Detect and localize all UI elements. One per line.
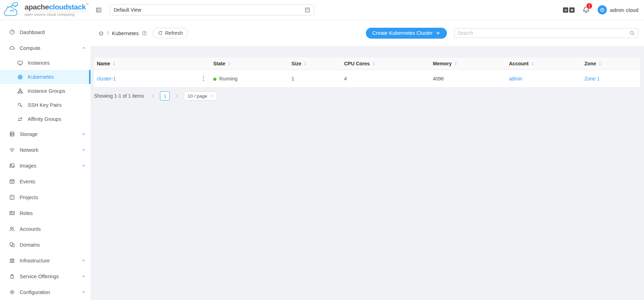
sidebar-item-network[interactable]: Network <box>0 142 90 158</box>
pagination: Showing 1-1 of 1 items 1 10 / page <box>94 91 640 100</box>
sort-caret-icon <box>598 61 602 66</box>
logo-tm: ™ <box>86 3 89 6</box>
sidebar-item-dashboard[interactable]: Dashboard <box>0 24 90 40</box>
page-title: Kubernetes <box>112 30 139 36</box>
page-size-select[interactable]: 10 / page <box>184 91 216 100</box>
sidebar-item-label: Compute <box>20 45 40 51</box>
breadcrumb: / Kubernetes <box>98 30 147 36</box>
picture-icon <box>9 163 15 169</box>
chevron-down-icon <box>82 290 86 294</box>
cluster-link[interactable]: cluster-1 <box>97 76 116 81</box>
refresh-button[interactable]: Refresh <box>153 28 188 38</box>
sidebar-item-label: Network <box>20 147 39 153</box>
column-header-memory[interactable]: Memory <box>430 61 506 66</box>
plus-icon <box>436 31 441 35</box>
refresh-label: Refresh <box>165 30 183 36</box>
topbar-right: A ★ 1 admin cloud <box>563 5 638 14</box>
row-actions-icon[interactable] <box>201 75 206 82</box>
chevron-down-icon <box>82 274 86 278</box>
search-input[interactable] <box>457 30 629 36</box>
idcard-icon <box>9 210 15 216</box>
logo-cloudstack: cloudstack <box>49 3 86 11</box>
main-area: / Kubernetes Refresh C <box>90 20 644 300</box>
user-menu[interactable]: admin cloud <box>598 5 638 14</box>
sidebar-item-storage[interactable]: Storage <box>0 126 90 142</box>
sort-caret-icon <box>372 61 375 66</box>
sidebar-item-label: Configuration <box>20 289 50 295</box>
sidebar-item-roles[interactable]: Roles <box>0 205 90 221</box>
next-page-icon[interactable] <box>173 91 181 100</box>
sidebar-item-label: Kubernetes <box>28 74 54 80</box>
sidebar-item-service-offerings[interactable]: Service Offerings <box>0 268 90 284</box>
sidebar-item-configuration[interactable]: Configuration <box>0 284 90 300</box>
sidebar-item-label: Infrastructure <box>20 258 50 263</box>
column-header-state[interactable]: State <box>210 61 289 66</box>
notifications-button[interactable]: 1 <box>582 6 590 14</box>
chevron-up-icon <box>82 46 86 50</box>
content: NameStateSizeCPU CoresMemoryAccountZone … <box>90 46 644 300</box>
create-button-label: Create Kubernetes Cluster <box>372 30 432 36</box>
logo-apache: apache <box>25 3 49 11</box>
cloudstack-app: apachecloudstack™ open source cloud comp… <box>0 0 644 300</box>
column-label: State <box>213 61 225 66</box>
account-link[interactable]: admin <box>509 76 522 81</box>
key-icon <box>17 102 23 108</box>
sidebar-item-images[interactable]: Images <box>0 158 90 174</box>
translation-star: ★ <box>569 7 575 13</box>
table-header-row: NameStateSizeCPU CoresMemoryAccountZone <box>94 58 640 70</box>
view-selector-input[interactable] <box>114 7 304 13</box>
top-bar: apachecloudstack™ open source cloud comp… <box>0 0 644 20</box>
sidebar-item-label: Domains <box>20 242 40 248</box>
sidebar-item-ssh-key-pairs[interactable]: SSH Key Pairs <box>0 98 90 112</box>
cell-cpu: 4 <box>341 76 430 81</box>
cloud-icon <box>9 45 15 51</box>
home-icon[interactable] <box>98 30 104 36</box>
translation-icon[interactable]: A ★ <box>563 7 575 13</box>
gear-icon <box>9 289 15 295</box>
power-icon <box>599 7 605 13</box>
sidebar-item-domains[interactable]: Domains <box>0 237 90 253</box>
view-selector[interactable] <box>110 4 314 15</box>
user-name: admin cloud <box>610 7 638 13</box>
search-icon[interactable] <box>629 30 635 36</box>
database-icon <box>9 131 15 137</box>
sort-caret-icon <box>304 61 307 66</box>
project-switch-icon[interactable] <box>304 7 310 13</box>
status-dot <box>213 78 216 81</box>
column-header-zone[interactable]: Zone <box>582 61 640 66</box>
column-header-size[interactable]: Size <box>289 61 341 66</box>
cell-name: cluster-1 <box>94 75 210 82</box>
calendar-icon <box>9 178 15 184</box>
sidebar-item-infrastructure[interactable]: Infrastructure <box>0 253 90 268</box>
cell-size: 1 <box>289 76 341 81</box>
menu-fold-icon[interactable] <box>95 7 102 13</box>
column-header-cpu[interactable]: CPU Cores <box>341 61 430 66</box>
previous-page-icon[interactable] <box>149 91 157 100</box>
zone-link[interactable]: Zone 1 <box>584 76 600 81</box>
sidebar-item-label: Accounts <box>20 226 41 232</box>
sidebar-item-label: Roles <box>20 210 33 216</box>
sidebar: DashboardComputeInstancesKubernetesInsta… <box>0 20 90 300</box>
sidebar-item-projects[interactable]: Projects <box>0 189 90 205</box>
sidebar-item-instance-groups[interactable]: Instance Groups <box>0 84 90 98</box>
sidebar-item-accounts[interactable]: Accounts <box>0 221 90 237</box>
column-label: Memory <box>433 61 452 66</box>
help-icon[interactable] <box>142 31 147 36</box>
sidebar-item-kubernetes[interactable]: Kubernetes <box>0 70 90 84</box>
page-number-1[interactable]: 1 <box>160 91 170 100</box>
sidebar-item-affinity-groups[interactable]: Affinity Groups <box>0 112 90 126</box>
column-header-account[interactable]: Account <box>506 61 582 66</box>
cell-memory: 4096 <box>430 76 506 81</box>
page-size-value: 10 / page <box>187 93 207 99</box>
sort-caret-icon <box>531 61 534 66</box>
column-header-name[interactable]: Name <box>94 61 210 66</box>
sidebar-item-instances[interactable]: Instances <box>0 56 90 70</box>
sidebar-item-label: Affinity Groups <box>28 116 61 122</box>
sidebar-item-compute[interactable]: Compute <box>0 40 90 56</box>
desktop-icon <box>17 60 23 66</box>
cell-zone: Zone 1 <box>582 76 640 81</box>
state-label: Running <box>219 76 237 81</box>
create-kubernetes-cluster-button[interactable]: Create Kubernetes Cluster <box>366 28 447 39</box>
sidebar-item-events[interactable]: Events <box>0 174 90 189</box>
pagination-summary: Showing 1-1 of 1 items <box>94 93 144 99</box>
